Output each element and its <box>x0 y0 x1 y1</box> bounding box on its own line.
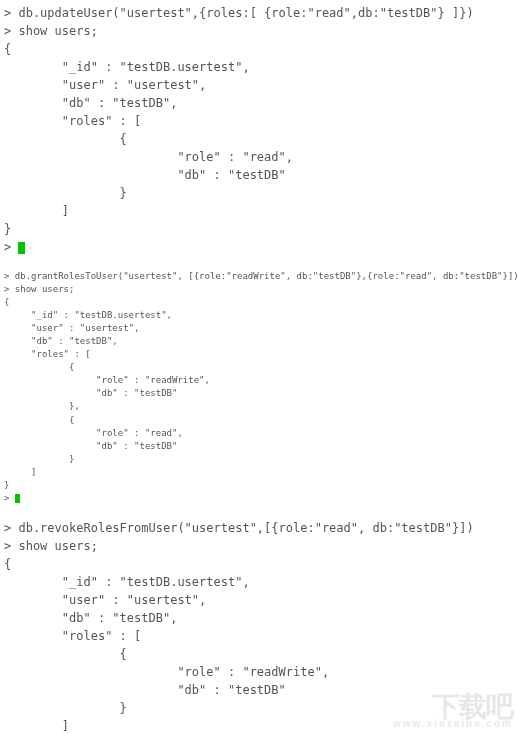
prompt[interactable]: > <box>4 240 18 254</box>
output-text: { "_id" : "testDB.usertest", "user" : "u… <box>4 297 210 490</box>
terminal-block-2: > db.grantRolesToUser("usertest", [{role… <box>4 270 515 505</box>
output-text: { "_id" : "testDB.usertest", "user" : "u… <box>4 42 293 236</box>
terminal-block-1: > db.updateUser("usertest",{roles:[ {rol… <box>4 4 515 256</box>
command-line: > db.grantRolesToUser("usertest", [{role… <box>4 271 519 281</box>
command-line: > show users; <box>4 24 98 38</box>
cursor-icon <box>18 242 25 254</box>
command-line: > show users; <box>4 539 98 553</box>
command-line: > show users; <box>4 284 74 294</box>
cursor-icon <box>15 494 20 503</box>
terminal-block-3: > db.revokeRolesFromUser("usertest",[{ro… <box>4 519 515 734</box>
command-line: > db.updateUser("usertest",{roles:[ {rol… <box>4 6 474 20</box>
prompt[interactable]: > <box>4 493 15 503</box>
command-line: > db.revokeRolesFromUser("usertest",[{ro… <box>4 521 474 535</box>
output-text: { "_id" : "testDB.usertest", "user" : "u… <box>4 557 329 734</box>
